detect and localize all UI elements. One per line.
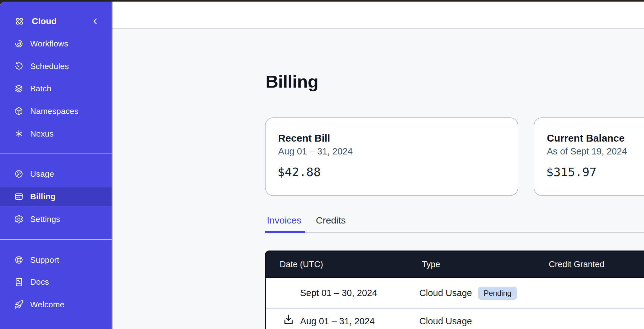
table-row: Sept 01 – 30, 2024 Cloud Usage Pending — [266, 278, 644, 308]
page: Cloud Workflows — [0, 0, 644, 329]
billing-icon — [14, 192, 24, 201]
table-body: Sept 01 – 30, 2024 Cloud Usage Pending — [265, 278, 644, 329]
sidebar-item-billing[interactable]: Billing — [0, 187, 112, 206]
support-icon — [14, 255, 24, 265]
card-amount: $42.88 — [278, 165, 321, 179]
tabs-baseline — [265, 232, 644, 233]
main-content: Billing Recent Bill Aug 01 – 31, 2024 $4… — [112, 2, 644, 329]
sidebar-item-nexus[interactable]: Nexus — [0, 124, 112, 143]
current-balance-card: Current Balance As of Sept 19, 2024 $315… — [534, 117, 644, 196]
sidebar-item-docs[interactable]: Docs — [0, 272, 112, 292]
workflows-icon — [14, 39, 24, 48]
topbar — [112, 2, 644, 29]
status-badge: Pending — [478, 287, 517, 300]
invoice-type: Cloud Usage — [419, 278, 472, 308]
sidebar-item-label: Docs — [30, 277, 49, 287]
sidebar-item-label: Nexus — [30, 129, 54, 139]
docs-icon — [14, 277, 24, 287]
sidebar-main-divider — [112, 2, 113, 329]
sidebar-item-welcome[interactable]: Welcome — [0, 295, 112, 314]
active-tab-underline — [265, 231, 305, 233]
usage-icon — [14, 169, 24, 179]
invoice-date: Aug 01 – 31, 2024 — [300, 309, 375, 329]
sidebar-item-batch[interactable]: Batch — [0, 79, 112, 98]
invoice-date: Sept 01 – 30, 2024 — [300, 278, 377, 308]
invoice-type: Cloud Usage — [419, 309, 472, 329]
chevron-left-icon — [91, 17, 100, 26]
sidebar-item-label: Schedules — [30, 62, 69, 71]
sidebar-item-label: Billing — [30, 192, 56, 202]
sidebar-item-label: Settings — [30, 214, 60, 224]
sidebar-divider — [0, 154, 112, 154]
welcome-icon — [14, 300, 24, 309]
sidebar: Cloud Workflows — [0, 2, 112, 329]
sidebar-item-label: Usage — [30, 169, 54, 179]
card-period: As of Sept 19, 2024 — [547, 146, 627, 157]
sidebar-item-usage[interactable]: Usage — [0, 164, 112, 184]
settings-icon — [14, 214, 24, 224]
column-header-type: Type — [422, 251, 440, 277]
sidebar-item-support[interactable]: Support — [0, 250, 112, 270]
download-invoice-icon[interactable] — [283, 314, 294, 326]
table-header: Date (UTC) Type Credit Granted — [265, 251, 644, 278]
sidebar-item-label: Welcome — [30, 300, 64, 310]
sidebar-item-label: Namespaces — [30, 106, 79, 116]
sidebar-item-label: Workflows — [30, 39, 68, 49]
temporal-logo-icon — [14, 16, 25, 27]
table-row: Aug 01 – 31, 2024 Cloud Usage — [266, 309, 644, 329]
card-period: Aug 01 – 31, 2024 — [278, 146, 353, 157]
column-header-credit-granted: Credit Granted — [549, 251, 604, 277]
schedules-icon — [14, 62, 24, 71]
card-title: Recent Bill — [278, 132, 330, 144]
brand-label: Cloud — [32, 16, 57, 26]
sidebar-item-label: Batch — [30, 84, 52, 94]
recent-bill-card: Recent Bill Aug 01 – 31, 2024 $42.88 — [265, 117, 518, 196]
sidebar-item-workflows[interactable]: Workflows — [0, 34, 112, 53]
sidebar-collapse-button[interactable] — [89, 15, 101, 27]
sidebar-item-namespaces[interactable]: Namespaces — [0, 101, 112, 121]
nexus-icon — [14, 129, 24, 138]
sidebar-item-label: Support — [30, 255, 59, 265]
tab-credits[interactable]: Credits — [316, 215, 346, 226]
page-title: Billing — [266, 71, 318, 92]
namespaces-icon — [14, 106, 24, 116]
card-title: Current Balance — [547, 132, 625, 144]
sidebar-item-schedules[interactable]: Schedules — [0, 57, 112, 76]
card-amount: $315.97 — [546, 165, 597, 179]
column-header-date: Date (UTC) — [280, 251, 323, 277]
sidebar-item-settings[interactable]: Settings — [0, 209, 112, 229]
invoices-table: Date (UTC) Type Credit Granted Sept 01 –… — [265, 251, 644, 329]
tab-invoices[interactable]: Invoices — [267, 215, 301, 226]
batch-icon — [14, 84, 24, 93]
sidebar-divider — [0, 239, 112, 240]
app-window: Cloud Workflows — [0, 2, 644, 329]
